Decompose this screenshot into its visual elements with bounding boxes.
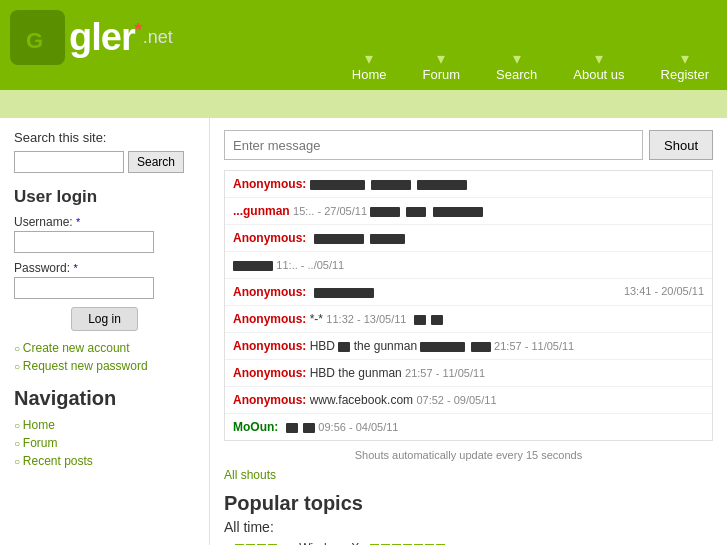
logo-icon: G: [10, 10, 65, 65]
censored-block: [371, 180, 411, 190]
shout-time: 07:52 - 09/05/11: [416, 394, 496, 406]
shout-time: 21:57 - 11/05/11: [494, 340, 574, 352]
shout-row: Anonymous: 13:41 - 20/05/11: [225, 279, 712, 306]
nav-register[interactable]: Register: [643, 67, 727, 82]
shout-time: 15:.. - 27/05/11: [293, 205, 370, 217]
shout-list: Anonymous: ...gunman 15:.. - 27/05/11 An…: [224, 170, 713, 441]
censored-block: [370, 207, 400, 217]
shout-row: Anonymous:: [225, 171, 712, 198]
search-label: Search this site:: [14, 130, 195, 145]
logo-text: gler*: [69, 16, 141, 59]
search-button[interactable]: Search: [128, 151, 184, 173]
login-button[interactable]: Log in: [71, 307, 138, 331]
shout-message-input[interactable]: [224, 130, 643, 160]
sidebar-nav-forum[interactable]: Forum: [14, 436, 195, 450]
censored-block: [414, 315, 426, 325]
popular-subtitle: All time:: [224, 519, 713, 535]
shout-author: Anonymous:: [233, 339, 306, 353]
shout-author: Anonymous:: [233, 177, 306, 191]
nav: Home Forum Search About us Register: [334, 0, 727, 90]
nav-home[interactable]: Home: [334, 67, 405, 82]
censored-block: [370, 234, 405, 244]
sidebar-nav-home[interactable]: Home: [14, 418, 195, 432]
search-input[interactable]: [14, 151, 124, 173]
shout-row: Anonymous: HBD the gunman 21:57 - 11/05/…: [225, 333, 712, 360]
subbar: [0, 90, 727, 118]
shout-content: HBD: [310, 339, 339, 353]
censored-block: [338, 342, 350, 352]
request-password-link[interactable]: Request new password: [14, 359, 195, 373]
shout-row: 11:.. - ../05/11: [225, 252, 712, 279]
sidebar-nav-recent[interactable]: Recent posts: [14, 454, 195, 468]
login-heading: User login: [14, 187, 195, 207]
logo-net: .net: [143, 27, 173, 48]
nav-search[interactable]: Search: [478, 67, 555, 82]
sidebar: Search this site: Search User login User…: [0, 118, 210, 545]
header: G gler* .net Home Forum Search About us …: [0, 0, 727, 90]
censored-block: [314, 234, 364, 244]
password-label: Password: *: [14, 261, 195, 275]
shout-row: Anonymous: HBD the gunman 21:57 - 11/05/…: [225, 360, 712, 387]
nav-about[interactable]: About us: [555, 67, 642, 82]
shout-author: ...gunman: [233, 204, 290, 218]
shout-button[interactable]: Shout: [649, 130, 713, 160]
censored-block: [431, 315, 443, 325]
search-row: Search: [14, 151, 195, 173]
censored-block: [310, 180, 365, 190]
censored-block: [286, 423, 298, 433]
password-required: *: [73, 262, 77, 274]
main-content: Shout Anonymous: ...gunman 15:.. - 27/05…: [210, 118, 727, 545]
shout-row: Anonymous:: [225, 225, 712, 252]
shout-row: MoOun: 09:56 - 04/05/11: [225, 414, 712, 440]
censored-block: [314, 288, 374, 298]
layout: Search this site: Search User login User…: [0, 118, 727, 545]
shout-time: 09:56 - 04/05/11: [318, 421, 398, 433]
shout-row: ...gunman 15:.. - 27/05/11: [225, 198, 712, 225]
shout-content: the gunman: [354, 339, 421, 353]
shout-row: Anonymous: *-* 11:32 - 13/05/11: [225, 306, 712, 333]
censored-block: [471, 342, 491, 352]
nav-section-heading: Navigation: [14, 387, 195, 410]
svg-text:G: G: [26, 28, 43, 53]
shout-time: 21:57 - 11/05/11: [405, 367, 485, 379]
censored-block: [303, 423, 315, 433]
censored-block: [406, 207, 426, 217]
password-field[interactable]: [14, 277, 154, 299]
topic-link[interactable]: Windows Xp: [299, 541, 366, 545]
censored-block: [233, 261, 273, 271]
shout-input-row: Shout: [224, 130, 713, 160]
username-field[interactable]: [14, 231, 154, 253]
popular-topics-heading: Popular topics: [224, 492, 713, 515]
create-account-link[interactable]: Create new account: [14, 341, 195, 355]
shout-author: Anonymous:: [233, 285, 306, 299]
username-required: *: [76, 216, 80, 228]
shout-content: HBD the gunman: [310, 366, 405, 380]
shout-author: Anonymous:: [233, 393, 306, 407]
username-label: Username: *: [14, 215, 195, 229]
logo: G gler* .net: [10, 10, 173, 65]
shout-time: 13:41 - 20/05/11: [624, 283, 704, 300]
shout-content: www.facebook.com: [310, 393, 417, 407]
topic-item: ○ Windows Xp: [224, 541, 713, 545]
shout-author: Anonymous:: [233, 366, 306, 380]
shout-row: Anonymous: www.facebook.com 07:52 - 09/0…: [225, 387, 712, 414]
shout-author: Anonymous:: [233, 312, 306, 326]
shout-content: *-*: [310, 312, 327, 326]
censored-block: [433, 207, 483, 217]
shout-time: 11:32 - 13/05/11: [326, 313, 406, 325]
topic-bullet: ○: [224, 541, 231, 545]
shout-author: Anonymous:: [233, 231, 306, 245]
shout-time: 11:.. - ../05/11: [276, 259, 344, 271]
shout-author: MoOun:: [233, 420, 278, 434]
logo-star: *: [135, 20, 141, 40]
all-shouts-link[interactable]: All shouts: [224, 468, 276, 482]
censored-block: [420, 342, 465, 352]
nav-forum[interactable]: Forum: [404, 67, 478, 82]
auto-update-notice: Shouts automatically update every 15 sec…: [224, 449, 713, 461]
censored-block: [417, 180, 467, 190]
